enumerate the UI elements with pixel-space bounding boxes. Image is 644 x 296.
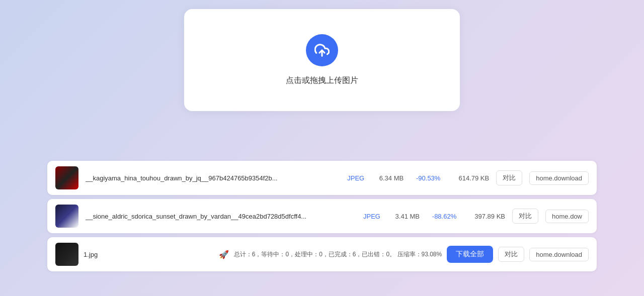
status-row: 1.jpg 🚀 总计：6，等待中：0，处理中：0，已完成：6，已出错：0。 压缩…: [47, 237, 597, 271]
rocket-icon: 🚀: [219, 250, 229, 259]
file-row: __sione_aldric_sdorica_sunset_drawn_by_v…: [47, 199, 597, 233]
file-original-size: 6.34 MB: [373, 174, 404, 182]
file-compressed-size: 397.89 KB: [469, 213, 505, 220]
file-format-badge: JPEG: [345, 174, 366, 182]
file-name: __kagiyama_hina_touhou_drawn_by_jq__967b…: [86, 174, 338, 182]
upload-icon: [306, 34, 338, 66]
file-format-badge: JPEG: [361, 213, 382, 220]
download-all-button[interactable]: 下载全部: [447, 246, 493, 263]
download-link-button[interactable]: home.dow: [545, 210, 589, 223]
file-list: __kagiyama_hina_touhou_drawn_by_jq__967b…: [47, 161, 597, 271]
file-reduction-percent: -90.53%: [411, 174, 446, 182]
upload-dropzone[interactable]: 点击或拖拽上传图片: [184, 9, 460, 111]
status-summary-text: 总计：6，等待中：0，处理中：0，已完成：6，已出错：0。 压缩率：93.08%: [234, 250, 442, 259]
download-link-button[interactable]: home.download: [529, 171, 589, 185]
compare-button[interactable]: 对比: [512, 209, 538, 224]
compare-button[interactable]: 对比: [498, 247, 524, 262]
file-compressed-size: 614.79 KB: [453, 174, 489, 182]
compare-button[interactable]: 对比: [496, 170, 522, 185]
file-name: 1.jpg: [84, 251, 214, 258]
file-row: __kagiyama_hina_touhou_drawn_by_jq__967b…: [47, 161, 597, 195]
file-thumbnail: [55, 205, 78, 228]
file-thumbnail: [55, 166, 78, 189]
file-reduction-percent: -88.62%: [427, 213, 462, 220]
file-thumbnail: [55, 243, 78, 266]
file-original-size: 3.41 MB: [389, 213, 420, 220]
download-link-button[interactable]: home.download: [529, 248, 589, 261]
file-name: __sione_aldric_sdorica_sunset_drawn_by_v…: [86, 213, 354, 220]
upload-prompt-text: 点击或拖拽上传图片: [286, 75, 358, 86]
